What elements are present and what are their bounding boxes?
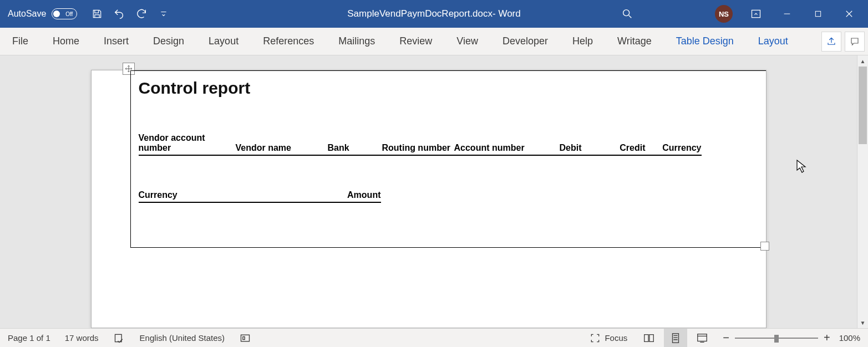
scroll-track[interactable] [857,67,868,317]
page[interactable]: Control report Vendor account number Ven… [91,70,767,328]
app-name: - Word [493,8,521,19]
search-icon[interactable] [614,0,641,28]
header-row-2: Currency Amount [139,190,381,203]
col-credit: Credit [582,143,646,153]
focus-label[interactable]: Focus [605,333,627,343]
tab-file[interactable]: File [0,28,40,55]
quick-access-toolbar [87,4,174,24]
col2-currency: Currency [139,190,313,200]
titlebar-right: NS [614,0,865,28]
redo-icon[interactable] [131,4,151,24]
tab-help[interactable]: Help [560,28,605,55]
comments-icon[interactable] [845,32,865,52]
save-icon[interactable] [87,4,107,24]
svg-rect-4 [241,335,250,341]
titlebar: AutoSave Off SampleVendPaymDocReport.doc… [0,0,868,28]
document-heading: Control report [139,79,758,98]
macro-icon[interactable] [239,332,251,344]
autosave-state: Off [65,11,73,17]
tab-mailings[interactable]: Mailings [326,28,387,55]
col-bank: Bank [328,143,382,153]
zoom-out-icon[interactable]: − [723,331,729,344]
autosave-label: AutoSave [8,9,46,19]
zoom-track[interactable] [735,338,818,339]
scroll-up-icon[interactable]: ▲ [857,55,868,67]
focus-frame-icon[interactable] [589,332,601,344]
print-layout-icon[interactable] [664,329,687,348]
svg-point-0 [623,10,630,16]
scroll-down-icon[interactable]: ▼ [857,317,868,328]
col-debit: Debit [537,143,582,153]
ribbon-display-icon[interactable] [740,0,771,28]
language-indicator[interactable]: English (United States) [140,333,225,343]
ribbon-right [821,32,865,52]
col-vendor-name: Vendor name [236,143,328,153]
tab-writage[interactable]: Writage [605,28,664,55]
read-mode-icon[interactable] [637,329,661,348]
col-currency: Currency [646,143,702,153]
ribbon: File Home Insert Design Layout Reference… [0,28,868,55]
col-routing: Routing number [382,143,454,153]
tab-review[interactable]: Review [387,28,444,55]
document-name: SampleVendPaymDocReport.docx [347,8,493,19]
svg-rect-2 [815,11,820,16]
maximize-icon[interactable] [803,0,834,28]
document-area[interactable]: Control report Vendor account number Ven… [0,55,857,328]
tab-design[interactable]: Design [141,28,196,55]
zoom-percentage[interactable]: 100% [839,333,860,343]
customize-qat-icon[interactable] [154,4,174,24]
close-icon[interactable] [834,0,865,28]
zoom-slider[interactable]: − + [723,331,830,344]
page-indicator[interactable]: Page 1 of 1 [8,333,50,343]
zoom-in-icon[interactable]: + [824,331,830,344]
minimize-icon[interactable] [771,0,803,28]
status-left: Page 1 of 1 17 words English (United Sta… [8,332,251,344]
tab-view[interactable]: View [444,28,490,55]
share-icon[interactable] [821,32,841,52]
svg-rect-7 [698,334,707,341]
tab-layout[interactable]: Layout [196,28,251,55]
tab-table-design[interactable]: Table Design [664,28,746,55]
header-row-1: Vendor account number Vendor name Bank R… [139,133,702,156]
document-table[interactable]: Control report Vendor account number Ven… [130,70,766,248]
tab-table-layout[interactable]: Layout [746,28,800,55]
col2-amount: Amount [313,190,381,200]
autosave-toggle[interactable]: Off [52,8,77,19]
tab-references[interactable]: References [251,28,326,55]
zoom-thumb[interactable] [774,335,779,343]
undo-icon[interactable] [109,4,129,24]
vertical-scrollbar[interactable]: ▲ ▼ [857,55,868,328]
table-resize-handle-icon[interactable] [760,242,769,251]
autosave[interactable]: AutoSave Off [8,8,77,19]
word-count[interactable]: 17 words [65,333,99,343]
web-layout-icon[interactable] [691,329,714,348]
tab-insert[interactable]: Insert [92,28,141,55]
user-avatar[interactable]: NS [715,5,733,23]
tab-home[interactable]: Home [40,28,92,55]
col-vendor-account: Vendor account number [139,133,236,153]
autosave-knob [53,11,60,17]
tab-developer[interactable]: Developer [490,28,560,55]
scroll-thumb[interactable] [859,67,867,144]
window-title: SampleVendPaymDocReport.docx - Word [347,8,520,19]
svg-rect-6 [673,333,679,343]
svg-rect-5 [243,336,245,339]
statusbar: Page 1 of 1 17 words English (United Sta… [0,328,868,347]
status-right: Focus − + 100% [589,329,860,348]
spellcheck-icon[interactable] [113,332,125,344]
col-account: Account number [454,143,537,153]
workspace: Control report Vendor account number Ven… [0,55,868,328]
